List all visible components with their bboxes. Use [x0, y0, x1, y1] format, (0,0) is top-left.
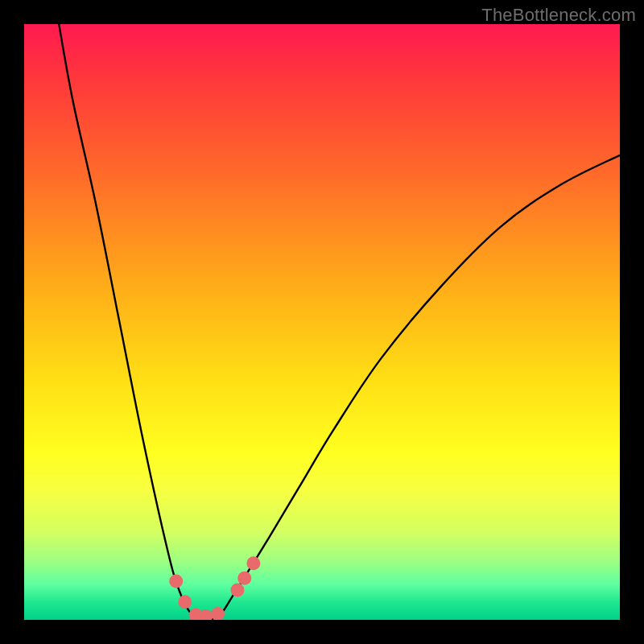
curve-marker: [237, 572, 251, 585]
bottleneck-curve-path: [54, 24, 620, 620]
chart-container: TheBottleneck.com: [0, 0, 644, 644]
curve-marker: [246, 556, 260, 570]
curve-marker: [230, 584, 244, 597]
watermark: TheBottleneck.com: [481, 5, 636, 26]
plot-area: [24, 24, 620, 620]
curve-marker: [169, 574, 183, 588]
curve-markers: [169, 556, 260, 620]
bottleneck-curve-svg: [24, 24, 620, 620]
curve-marker: [211, 607, 225, 620]
curve-marker: [178, 595, 192, 609]
